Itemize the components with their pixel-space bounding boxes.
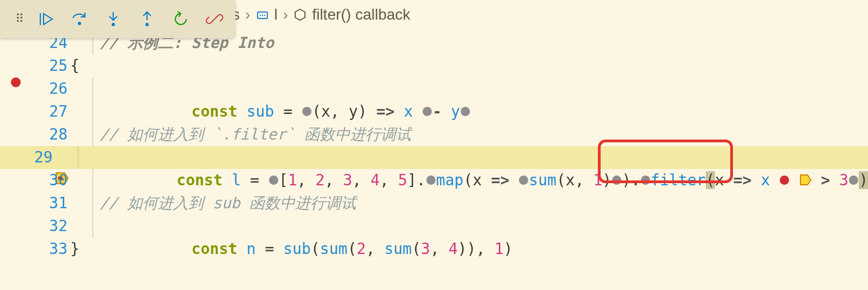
code-line[interactable]: 32 const n = sub(sum(2, sum(3, 4)), 1) (0, 215, 868, 238)
svg-point-4 (112, 23, 115, 26)
breadcrumb-sep-icon: › (245, 6, 250, 23)
svg-point-2 (78, 22, 81, 25)
restart-icon (172, 10, 190, 28)
comment-text: // 如何进入到 sub 函数中进行调试 (100, 192, 356, 215)
comment-text: // 如何进入到 `.filter` 函数中进行调试 (100, 123, 411, 146)
restart-button[interactable] (170, 8, 192, 30)
svg-point-6 (145, 23, 149, 26)
continue-button[interactable] (35, 8, 57, 30)
code-line-current[interactable]: 29 const l = [1, 2, 3, 4, 5].map(x => su… (0, 146, 868, 169)
method-icon (294, 8, 307, 21)
step-out-button[interactable] (136, 8, 158, 30)
code-line[interactable]: 28 // 如何进入到 `.filter` 函数中进行调试 (0, 123, 868, 146)
step-over-button[interactable] (69, 8, 90, 30)
code-line[interactable]: 25 { (0, 55, 868, 77)
editor-frame: ⠿ (0, 0, 868, 290)
disconnect-button[interactable] (204, 8, 225, 30)
code-line[interactable]: 30 (0, 169, 868, 192)
variable-icon (256, 8, 269, 21)
line-number: 31 (32, 192, 71, 215)
line-number: 30 (32, 169, 71, 192)
step-over-icon (71, 10, 88, 28)
disconnect-icon (206, 10, 223, 28)
toolbar-drag-grip[interactable]: ⠿ (15, 16, 23, 22)
code-line[interactable]: 31 // 如何进入到 sub 函数中进行调试 (0, 192, 868, 215)
line-number: 32 (32, 215, 71, 238)
svg-point-11 (264, 15, 265, 16)
breakpoint-icon[interactable] (11, 77, 21, 87)
code-line[interactable]: 26 const sub = (x, y) => x - y (0, 77, 868, 100)
debug-toolbar: ⠿ (0, 0, 235, 38)
breadcrumb[interactable]: js › l › filter() callback (229, 0, 411, 29)
step-into-icon (105, 10, 122, 28)
line-number: 25 (32, 55, 71, 77)
continue-icon (37, 10, 54, 28)
brace: } (70, 238, 80, 261)
line-number: 26 (32, 77, 71, 100)
code-line[interactable]: 27 (0, 100, 868, 123)
line-number: 28 (32, 123, 71, 146)
line-number: 27 (32, 100, 71, 123)
step-into-button[interactable] (102, 8, 124, 30)
svg-point-10 (261, 15, 262, 16)
breakpoint-gutter[interactable] (0, 77, 32, 87)
breadcrumb-sep-icon: › (283, 6, 288, 23)
breadcrumb-callback[interactable]: filter() callback (312, 6, 410, 23)
step-out-icon (138, 10, 156, 28)
svg-point-9 (259, 15, 260, 16)
line-number: 33 (32, 238, 71, 261)
code-line[interactable]: 33 } (0, 238, 868, 261)
breadcrumb-scope[interactable]: l (274, 6, 278, 23)
line-number: 29 (32, 146, 56, 169)
brace: { (70, 55, 80, 77)
code-editor[interactable]: 24 // 示例二: Step Into 25 { 26 const sub =… (0, 32, 868, 290)
svg-marker-1 (44, 14, 52, 25)
svg-line-7 (212, 17, 217, 21)
